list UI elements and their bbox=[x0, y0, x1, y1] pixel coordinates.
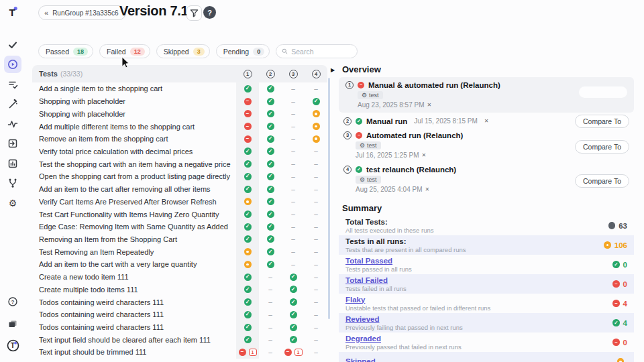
filter-chip-passed[interactable]: Passed18 bbox=[38, 44, 93, 58]
table-row[interactable]: Test Cart Functionality with Items Havin… bbox=[32, 208, 327, 221]
table-row[interactable]: Test Removing an Item Repeatedly✓–– bbox=[32, 245, 327, 258]
sidebar-item-run-play[interactable] bbox=[4, 56, 21, 73]
summary-label[interactable]: Total Passed bbox=[345, 257, 612, 265]
test-name[interactable]: Add an item to the cart after removing a… bbox=[32, 185, 236, 193]
table-row[interactable]: Text input field should be cleared after… bbox=[32, 333, 327, 346]
search-box[interactable] bbox=[276, 44, 358, 58]
help-button[interactable]: ? bbox=[203, 6, 216, 19]
no-result-dash: – bbox=[291, 123, 295, 130]
test-name[interactable]: Text input field should be cleared after… bbox=[32, 336, 236, 344]
table-row[interactable]: Todos containing weird characters 111✓–✓… bbox=[32, 308, 327, 321]
panel-scrollbar[interactable] bbox=[328, 78, 330, 319]
test-name[interactable]: Add multiple different items to the shop… bbox=[32, 123, 236, 131]
sidebar-item-docs[interactable] bbox=[4, 315, 21, 333]
table-row[interactable]: Add an item to the cart after removing a… bbox=[32, 183, 327, 196]
table-row[interactable]: Text input should be trimmed 111−1–−1– bbox=[32, 346, 327, 359]
run-item-1[interactable]: 1−Manual & automated run (Relaunch)⚙test… bbox=[339, 77, 634, 113]
table-row[interactable]: Create multiple todo items 111✓–✓– bbox=[32, 284, 327, 296]
no-result-dash: – bbox=[314, 274, 318, 281]
table-row[interactable]: Shopping with placeholder−✓–✓ bbox=[32, 95, 327, 108]
table-row[interactable]: Remove an item from the shopping cart−✓– bbox=[32, 133, 327, 145]
test-name[interactable]: Test Cart Functionality with Items Havin… bbox=[32, 210, 236, 219]
summary-label[interactable]: Revieved bbox=[345, 315, 612, 324]
compare-to-button[interactable]: Compare To bbox=[575, 140, 629, 154]
run-column-header-3[interactable]: 3 bbox=[282, 70, 305, 78]
remove-run-icon[interactable]: ✕ bbox=[484, 118, 489, 124]
test-name[interactable]: Test the shopping cart with an item havi… bbox=[32, 160, 236, 168]
table-row[interactable]: Add multiple different items to the shop… bbox=[32, 120, 327, 133]
sidebar-item-pulse[interactable] bbox=[4, 115, 21, 133]
run-item-2[interactable]: 2✓Manual runJul 15, 2025 8:15 PM✕Compare… bbox=[339, 117, 634, 125]
test-name[interactable]: Todos containing weird characters 111 bbox=[32, 310, 236, 318]
summary-label[interactable]: Skipped bbox=[345, 357, 617, 362]
test-name[interactable]: Verify Cart Items Are Preserved After Br… bbox=[32, 198, 236, 206]
sidebar-item-help[interactable]: ? bbox=[4, 293, 21, 310]
remove-run-icon[interactable]: ✕ bbox=[427, 102, 432, 108]
test-name[interactable]: Add a single item to the shopping cart bbox=[32, 84, 236, 93]
run-item-4[interactable]: 4✓test relaunch (Relaunch)⚙testAug 25, 2… bbox=[339, 165, 634, 194]
table-row[interactable]: Create a new todo item 111✓–✓– bbox=[32, 271, 327, 284]
filter-chip-pending[interactable]: Pending0 bbox=[216, 44, 270, 58]
run-item-3[interactable]: 3−Automated run (Relaunch)⚙testJul 16, 2… bbox=[339, 131, 634, 160]
run-column-header-4[interactable]: 4 bbox=[305, 70, 327, 78]
test-name[interactable]: Shopping with placeholder bbox=[32, 97, 236, 105]
compare-to-button[interactable]: Compare To bbox=[575, 115, 629, 128]
summary-label[interactable]: Degraded bbox=[345, 335, 612, 343]
app-logo-icon[interactable]: T bbox=[6, 5, 19, 21]
remove-run-icon[interactable]: ✕ bbox=[425, 186, 430, 192]
sidebar-item-report[interactable] bbox=[4, 155, 21, 172]
filter-chip-failed[interactable]: Failed12 bbox=[99, 44, 150, 58]
summary-value: 106 bbox=[604, 241, 631, 249]
test-name[interactable]: Todos containing weird characters 111 bbox=[32, 298, 236, 306]
test-name[interactable]: Open the shopping cart from a product li… bbox=[32, 172, 236, 180]
sidebar-item-list-check[interactable] bbox=[4, 76, 21, 93]
table-row[interactable]: Todos containing weird characters 111✓–✓… bbox=[32, 296, 327, 308]
table-row[interactable]: Shopping with placeholder−✓– bbox=[32, 107, 327, 120]
test-name[interactable]: Create a new todo item 111 bbox=[32, 273, 236, 281]
table-row[interactable]: Test the shopping cart with an item havi… bbox=[32, 158, 327, 170]
summary-label[interactable]: Flaky bbox=[345, 296, 612, 304]
remove-run-icon[interactable]: ✕ bbox=[422, 152, 427, 158]
test-name[interactable]: Create multiple todo items 111 bbox=[32, 286, 236, 294]
compare-to-button-ghost[interactable] bbox=[579, 86, 627, 98]
table-row[interactable]: Removing an Item from the Shopping Cart✓… bbox=[32, 233, 327, 246]
no-result-dash: – bbox=[291, 85, 295, 93]
table-row[interactable]: Add a single item to the shopping cart✓✓… bbox=[32, 82, 327, 95]
test-name[interactable]: Shopping with placeholder bbox=[32, 110, 236, 118]
test-name[interactable]: Todos containing weird characters 111 bbox=[32, 323, 236, 331]
test-name[interactable]: Verify total price calculation with deci… bbox=[32, 147, 236, 156]
run-column-header-1[interactable]: 1 bbox=[236, 70, 259, 78]
back-to-rungroup-button[interactable]: « RunGroup #13a335c6 bbox=[38, 5, 126, 20]
filter-button[interactable] bbox=[186, 5, 202, 21]
sidebar-item-import[interactable] bbox=[4, 135, 21, 152]
status-cell-run-4: – bbox=[305, 284, 327, 296]
status-cell-run-4: ✓ bbox=[305, 95, 327, 108]
test-name[interactable]: Text input should be trimmed 111 bbox=[32, 348, 236, 356]
summary-label[interactable]: Total Failed bbox=[345, 276, 612, 285]
filter-chip-skipped[interactable]: Skipped3 bbox=[156, 44, 210, 58]
run-column-header-2[interactable]: 2 bbox=[259, 70, 282, 78]
sidebar-item-wand[interactable] bbox=[4, 95, 21, 113]
table-row[interactable]: Edge Case: Removing Item with Same Quant… bbox=[32, 221, 327, 233]
no-result-dash: – bbox=[291, 235, 295, 243]
fail-status-icon: − bbox=[244, 123, 252, 130]
comment-badge[interactable]: 1 bbox=[249, 349, 257, 356]
test-name[interactable]: Edge Case: Removing Item with Same Quant… bbox=[32, 223, 236, 231]
compare-to-button[interactable]: Compare To bbox=[575, 174, 629, 188]
comment-badge[interactable]: 1 bbox=[294, 349, 303, 356]
table-row[interactable]: Add an item to the cart with a very larg… bbox=[32, 258, 327, 271]
sidebar-item-branch[interactable] bbox=[4, 174, 21, 192]
table-row[interactable]: Open the shopping cart from a product li… bbox=[32, 170, 327, 183]
test-name[interactable]: Add an item to the cart with a very larg… bbox=[32, 260, 236, 268]
collapse-panel-icon[interactable]: ▶ bbox=[331, 67, 335, 73]
sidebar-item-gear[interactable]: ⚙ bbox=[4, 194, 21, 212]
table-row[interactable]: Verify total price calculation with deci… bbox=[32, 145, 327, 158]
test-name[interactable]: Test Removing an Item Repeatedly bbox=[32, 248, 236, 256]
table-row[interactable]: Verify Cart Items Are Preserved After Br… bbox=[32, 195, 327, 208]
test-name[interactable]: Remove an item from the shopping cart bbox=[32, 135, 236, 143]
test-name[interactable]: Removing an Item from the Shopping Cart bbox=[32, 235, 236, 243]
sidebar-item-avatar[interactable]: T bbox=[4, 337, 21, 355]
table-row[interactable]: Todos containing weird characters 111✓–✓… bbox=[32, 321, 327, 334]
sidebar-item-check[interactable] bbox=[4, 36, 21, 54]
search-input[interactable] bbox=[291, 48, 352, 56]
